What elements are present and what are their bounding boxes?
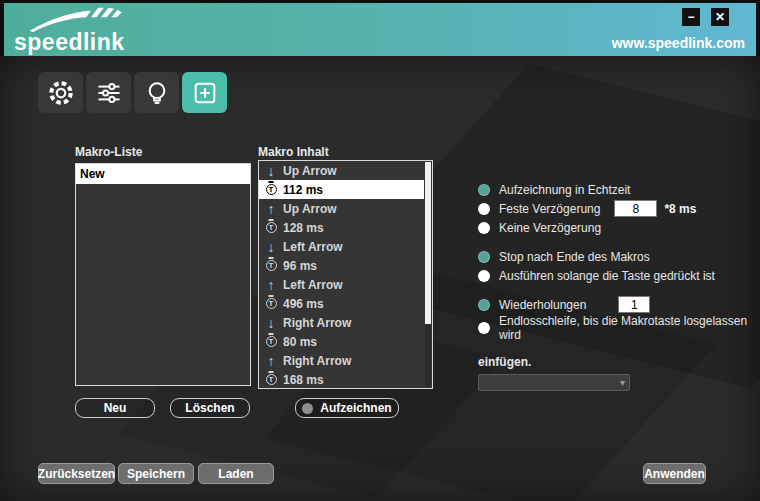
option-row: Ausführen solange die Taste gedrückt ist <box>478 266 750 285</box>
tab-settings[interactable] <box>38 72 83 113</box>
lightbulb-icon <box>143 79 171 107</box>
timer-icon: T <box>259 222 283 233</box>
website-link[interactable]: www.speedlink.com <box>612 35 745 51</box>
gear-icon <box>46 78 76 108</box>
arrow-glyph: ↑ <box>268 278 275 292</box>
timer-icon-glyph: T <box>266 298 277 309</box>
timer-icon-glyph: T <box>266 222 277 233</box>
macro-content-item-label: 128 ms <box>283 221 324 235</box>
arrow-down-icon: ↓ <box>259 240 283 254</box>
timer-icon-glyph: T <box>266 184 277 195</box>
new-button-label: Neu <box>104 401 127 415</box>
macro-content-item-label: Left Arrow <box>283 278 343 292</box>
value-input[interactable] <box>614 200 657 217</box>
radio-button[interactable] <box>478 222 490 234</box>
timer-icon-glyph: T <box>266 260 277 271</box>
speedlink-logo: speedlink <box>12 4 132 56</box>
macro-content-item[interactable]: ↑Left Arrow <box>259 275 424 294</box>
arrow-glyph: ↑ <box>268 354 275 368</box>
macro-content-item-label: 496 ms <box>283 297 324 311</box>
minimize-button[interactable]: − <box>682 8 700 26</box>
radio-label: Stop nach Ende des Makros <box>499 250 650 264</box>
main-panel: Makro-Liste Makro Inhalt New ↓Up ArrowT1… <box>0 56 760 501</box>
option-row: Feste Verzögerung*8 ms <box>478 199 750 218</box>
option-group-delay: Aufzeichnung in EchtzeitFeste Verzögerun… <box>478 180 750 237</box>
macro-content-item-label: Right Arrow <box>283 316 351 330</box>
apply-button[interactable]: Anwenden <box>643 463 706 484</box>
option-group-stop: Stop nach Ende des MakrosAusführen solan… <box>478 247 750 285</box>
macro-content-item-label: Right Arrow <box>283 354 351 368</box>
scrollbar-thumb[interactable] <box>425 162 431 324</box>
radio-button[interactable] <box>478 251 490 263</box>
timer-icon: T <box>259 336 283 347</box>
scrollbar-track[interactable] <box>425 162 431 387</box>
macro-content-item-label: Up Arrow <box>283 202 337 216</box>
macro-content-item[interactable]: T80 ms <box>259 332 424 351</box>
option-row: Stop nach Ende des Makros <box>478 247 750 266</box>
macro-content-item-label: 112 ms <box>283 183 323 197</box>
delete-button[interactable]: Löschen <box>170 398 250 418</box>
close-button[interactable]: ✕ <box>711 8 729 26</box>
toolbar <box>38 72 227 113</box>
option-row: Endlosschleife, bis die Makrotaste losge… <box>478 314 750 342</box>
reset-button[interactable]: Zurücksetzen <box>38 463 115 484</box>
radio-button[interactable] <box>478 270 490 282</box>
timer-icon: T <box>259 374 283 385</box>
value-input[interactable] <box>618 296 650 313</box>
arrow-down-icon: ↓ <box>259 316 283 330</box>
radio-button[interactable] <box>478 299 490 311</box>
macro-content-item[interactable]: T128 ms <box>259 218 424 237</box>
tab-macro[interactable] <box>182 72 227 113</box>
radio-label: Aufzeichnung in Echtzeit <box>499 183 630 197</box>
macro-content-item[interactable]: T496 ms <box>259 294 424 313</box>
insert-label: einfügen. <box>478 355 750 369</box>
radio-label: Endlosschleife, bis die Makrotaste losge… <box>499 314 750 342</box>
radio-button[interactable] <box>478 184 490 196</box>
macro-content-item[interactable]: T168 ms <box>259 370 424 389</box>
title-bar: speedlink − ✕ www.speedlink.com <box>4 3 756 56</box>
radio-button[interactable] <box>478 322 490 334</box>
insert-dropdown[interactable]: ▾ <box>478 374 630 391</box>
macro-content-list[interactable]: ↓Up ArrowT112 ms↑Up ArrowT128 ms↓Left Ar… <box>258 160 433 389</box>
macro-content-item[interactable]: ↑Up Arrow <box>259 199 424 218</box>
timer-icon: T <box>259 260 283 271</box>
arrow-up-icon: ↑ <box>259 202 283 216</box>
option-row: Wiederholungen <box>478 295 750 314</box>
input-suffix-label: *8 ms <box>664 202 696 216</box>
timer-icon: T <box>259 298 283 309</box>
macro-content-label: Makro Inhalt <box>258 145 329 159</box>
arrow-glyph: ↓ <box>268 316 275 330</box>
option-row: Keine Verzögerung <box>478 218 750 237</box>
arrow-down-icon: ↓ <box>259 164 283 178</box>
macro-content-item-label: 96 ms <box>283 259 317 273</box>
radio-button[interactable] <box>478 203 490 215</box>
macro-content-item[interactable]: ↑Right Arrow <box>259 351 424 370</box>
arrow-up-icon: ↑ <box>259 354 283 368</box>
macro-content-item[interactable]: T96 ms <box>259 256 424 275</box>
tab-lighting[interactable] <box>134 72 179 113</box>
macro-list-item-label: New <box>80 167 105 181</box>
delete-button-label: Löschen <box>185 401 234 415</box>
load-button[interactable]: Laden <box>198 463 274 484</box>
timer-icon-glyph: T <box>266 336 277 347</box>
tab-performance[interactable] <box>86 72 131 113</box>
timer-icon-glyph: T <box>266 374 277 385</box>
macro-list-label: Makro-Liste <box>75 145 142 159</box>
macro-content-item[interactable]: ↓Left Arrow <box>259 237 424 256</box>
option-row: Aufzeichnung in Echtzeit <box>478 180 750 199</box>
macro-list[interactable]: New <box>75 163 251 386</box>
arrow-glyph: ↓ <box>268 164 275 178</box>
logo-text: speedlink <box>14 29 125 56</box>
arrow-glyph: ↑ <box>268 202 275 216</box>
macro-content-item[interactable]: ↓Right Arrow <box>259 313 424 332</box>
macro-list-item[interactable]: New <box>76 164 250 184</box>
option-group-repeat: WiederholungenEndlosschleife, bis die Ma… <box>478 295 750 342</box>
macro-content-item[interactable]: ↓Up Arrow <box>259 161 424 180</box>
macro-content-item[interactable]: T112 ms <box>259 180 424 199</box>
macro-content-item-label: Up Arrow <box>283 164 337 178</box>
options-panel: Aufzeichnung in EchtzeitFeste Verzögerun… <box>478 180 750 391</box>
save-button[interactable]: Speichern <box>118 463 194 484</box>
record-button[interactable]: Aufzeichnen <box>295 398 399 418</box>
plus-square-icon <box>191 79 219 107</box>
new-button[interactable]: Neu <box>75 398 155 418</box>
